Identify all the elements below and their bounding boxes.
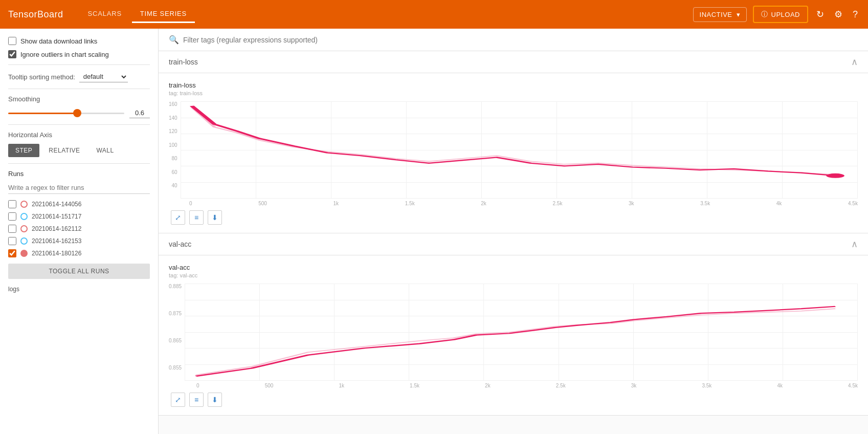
run-4-checkbox[interactable] [8,249,16,257]
y-label: 80 [172,156,177,161]
filter-input[interactable] [183,36,858,44]
show-download-label: Show data download links [20,37,97,45]
chart-y-and-plot-val-acc: 0.885 0.875 0.865 0.855 [169,284,858,381]
haxis-relative-button[interactable]: RELATIVE [41,144,87,157]
y-axis-val-acc: 0.885 0.875 0.865 0.855 [169,284,185,381]
x-label: 1k [339,383,344,388]
ignore-outliers-checkbox[interactable] [8,50,16,58]
chart-wrapper-train-loss: 160 140 120 100 80 60 40 [169,101,858,206]
section-val-acc-collapse[interactable]: ∧ [851,238,858,250]
divider-3 [8,124,150,125]
chart-svg-train-loss [181,101,858,199]
main-content: 🔍 train-loss ∧ train-loss tag: train-los… [159,29,868,434]
chart-wrapper-val-acc: 0.885 0.875 0.865 0.855 [169,284,858,388]
run-2-name: 20210614-162112 [32,225,81,232]
layout: Show data download links Ignore outliers… [0,29,868,434]
ignore-outliers-row: Ignore outliers in chart scaling [8,50,150,58]
chart-container-val-acc: val-acc tag: val-acc 0.885 0.875 0.865 0… [159,255,868,415]
x-axis-container-train-loss: 0 500 1k 1.5k 2k 2.5k 3k 3.5k 4k 4.5k [169,201,858,206]
run-1-circle [20,213,28,220]
refresh-button[interactable]: ↻ [814,7,826,22]
upload-label: UPLOAD [771,11,800,18]
chart-subtitle-val-acc: tag: val-acc [169,272,858,278]
tab-scalars[interactable]: SCALARS [80,6,130,23]
y-label: 160 [169,101,177,107]
topnav: TensorBoard SCALARS TIME SERIES INACTIVE… [0,0,868,29]
show-download-checkbox[interactable] [8,37,16,45]
section-train-loss-collapse[interactable]: ∧ [851,56,858,68]
y-axis-train-loss: 160 140 120 100 80 60 40 [169,101,181,199]
smoothing-slider[interactable] [8,113,124,114]
download-button-train-loss[interactable]: ⬇ [208,210,222,225]
runs-filter-input[interactable] [8,182,150,194]
y-label: 60 [172,169,177,175]
app-logo: TensorBoard [8,9,63,20]
chart-y-and-plot-train-loss: 160 140 120 100 80 60 40 [169,101,858,199]
x-label: 4.5k [848,383,858,388]
toggle-all-button[interactable]: TOGGLE ALL RUNS [8,264,150,279]
x-label: 0 [196,383,199,388]
chart-actions-val-acc: ⤢ ≡ ⬇ [169,393,858,407]
section-train-loss-title: train-loss [169,58,198,66]
expand-chart-button-val-acc[interactable]: ⤢ [171,393,185,407]
x-label: 4k [776,201,782,206]
run-3-checkbox[interactable] [8,237,16,245]
haxis-wall-button[interactable]: WALL [89,144,121,157]
logs-link[interactable]: logs [8,286,19,293]
haxis-step-button[interactable]: STEP [8,144,39,157]
x-label: 1k [333,201,339,206]
x-label: 2k [481,201,486,206]
upload-button[interactable]: ⓘ UPLOAD [753,6,808,23]
run-2-checkbox[interactable] [8,225,16,233]
run-0-circle [20,201,28,208]
x-label: 3.5k [700,201,710,206]
show-download-row: Show data download links [8,37,150,45]
x-label: 0 [189,201,192,206]
run-item-3: 20210614-162153 [8,237,150,245]
inactive-label: INACTIVE [700,11,732,18]
haxis-label: Horizontal Axis [8,131,150,139]
data-button-val-acc[interactable]: ≡ [189,393,204,407]
smoothing-value: 0.6 [129,108,150,118]
chart-actions-train-loss: ⤢ ≡ ⬇ [169,210,858,225]
divider-1 [8,64,150,65]
section-val-acc-header: val-acc ∧ [159,233,868,255]
ignore-outliers-label: Ignore outliers in chart scaling [20,51,109,58]
x-label: 2.5k [556,383,566,388]
x-axis-container-val-acc: 0 500 1k 1.5k 2k 2.5k 3k 3.5k 4k 4.5k [169,383,858,388]
run-item-2: 20210614-162112 [8,225,150,233]
runs-label: Runs [8,170,150,178]
data-button-train-loss[interactable]: ≡ [189,210,204,225]
slider-row: 0.6 [8,108,150,118]
chart-plot-train-loss [181,101,858,199]
y-label: 140 [169,115,177,121]
run-0-checkbox[interactable] [8,200,16,208]
x-label: 4k [777,383,783,388]
y-label: 0.865 [169,338,182,343]
section-val-acc-title: val-acc [169,240,191,248]
settings-button[interactable]: ⚙ [832,7,844,22]
download-button-val-acc[interactable]: ⬇ [208,393,222,407]
chart-svg-val-acc [185,284,858,381]
x-label: 1.5k [405,201,415,206]
run-1-checkbox[interactable] [8,212,16,221]
run-item-1: 20210614-151717 [8,212,150,221]
y-label: 100 [169,142,177,148]
tab-time-series[interactable]: TIME SERIES [132,6,195,23]
sidebar: Show data download links Ignore outliers… [0,29,159,434]
expand-chart-button-train-loss[interactable]: ⤢ [171,210,185,225]
x-label: 3k [631,383,637,388]
svg-point-0 [826,173,844,178]
help-button[interactable]: ? [851,7,860,22]
y-label: 0.855 [169,365,182,371]
inactive-dropdown[interactable]: INACTIVE ▾ [693,7,747,22]
tooltip-select[interactable]: default ascending descending [79,71,128,82]
run-4-name: 20210614-180126 [32,250,81,257]
tooltip-label: Tooltip sorting method: [8,73,75,81]
tooltip-row: Tooltip sorting method: default ascendin… [8,71,150,82]
section-train-loss: train-loss ∧ train-loss tag: train-loss … [159,51,868,233]
upload-icon: ⓘ [761,10,768,19]
divider-2 [8,89,150,89]
y-label: 40 [172,183,177,188]
filter-bar: 🔍 [159,29,868,51]
